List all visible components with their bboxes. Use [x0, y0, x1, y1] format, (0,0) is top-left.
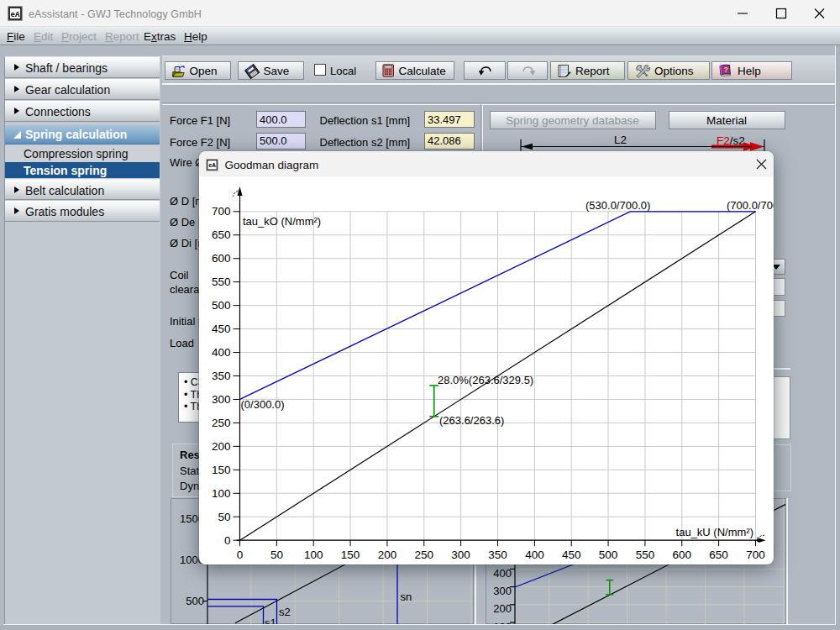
svg-text:100: 100: [304, 549, 323, 561]
svg-text:250: 250: [415, 549, 434, 561]
svg-text:150: 150: [212, 464, 231, 476]
svg-text:100: 100: [212, 487, 231, 500]
svg-text:tau_kO (N/mm²): tau_kO (N/mm²): [243, 215, 321, 228]
svg-text:(530.0/700.0): (530.0/700.0): [585, 199, 650, 212]
svg-text:600: 600: [673, 549, 692, 561]
svg-text:?: ?: [724, 66, 728, 74]
svg-text:650: 650: [212, 228, 231, 241]
svg-text:300: 300: [451, 549, 470, 561]
svg-text:150: 150: [341, 549, 360, 561]
svg-text:28.0%(263.6/329.5): 28.0%(263.6/329.5): [438, 374, 533, 386]
svg-text:0: 0: [224, 534, 231, 547]
svg-text:sn: sn: [401, 591, 412, 603]
svg-text:tau_kU (N/mm²): tau_kU (N/mm²): [676, 526, 753, 538]
svg-text:eA: eA: [11, 11, 20, 19]
svg-text:200: 200: [378, 549, 397, 561]
svg-text:650: 650: [709, 549, 728, 561]
svg-text:300: 300: [212, 393, 231, 406]
svg-text:0: 0: [237, 549, 244, 561]
svg-text:(700.0/700.0): (700.0/700.0): [727, 199, 774, 212]
svg-text:250: 250: [212, 417, 231, 429]
svg-text:200: 200: [212, 440, 231, 453]
svg-text:450: 450: [212, 323, 231, 335]
svg-text:500: 500: [212, 299, 231, 312]
svg-text:F2/s2: F2/s2: [717, 134, 745, 147]
svg-text:700: 700: [212, 205, 231, 218]
svg-text:500: 500: [186, 595, 204, 607]
svg-text:700: 700: [746, 549, 765, 561]
svg-text:300: 300: [493, 585, 512, 597]
svg-text:(263.6/263.6): (263.6/263.6): [439, 414, 504, 427]
svg-text:600: 600: [212, 252, 231, 265]
svg-text:350: 350: [488, 549, 507, 561]
svg-text:200: 200: [493, 602, 512, 615]
svg-text:50: 50: [270, 549, 283, 561]
svg-text:L2: L2: [614, 134, 627, 146]
svg-text:400: 400: [525, 549, 544, 561]
svg-text:s2: s2: [279, 606, 291, 618]
svg-text:(0/300.0): (0/300.0): [241, 398, 285, 411]
svg-text:550: 550: [636, 549, 655, 561]
svg-text:400: 400: [212, 346, 231, 359]
svg-text:450: 450: [562, 549, 581, 561]
svg-text:350: 350: [212, 370, 231, 382]
svg-text:400: 400: [493, 567, 512, 580]
svg-text:500: 500: [599, 549, 618, 561]
svg-text:50: 50: [218, 511, 230, 523]
svg-text:550: 550: [212, 276, 231, 288]
